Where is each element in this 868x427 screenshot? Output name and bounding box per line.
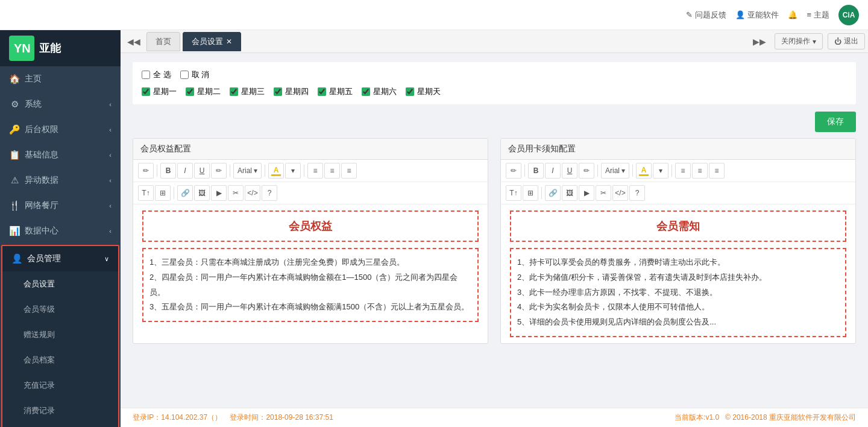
editor-left-body[interactable]: 1、三星会员：只需在本商城注册成功（注册完全免费）即成为三星会员。 2、四星会员… bbox=[142, 248, 479, 322]
right-color-btn[interactable]: A bbox=[636, 163, 652, 179]
cancel-input[interactable] bbox=[180, 71, 189, 79]
data-arrow: ‹ bbox=[109, 227, 112, 235]
user-icon: 👤 bbox=[735, 10, 745, 19]
left-italic-btn[interactable]: I bbox=[177, 163, 193, 179]
close-ops-btn[interactable]: 关闭操作 ▾ bbox=[775, 33, 823, 49]
main-layout: YN 亚能 🏠 主页 ⚙ 系统 ‹ 🔑 后台权限 ‹ 📋 基础信息 ‹ ⚠ 异动… bbox=[0, 30, 868, 427]
exit-btn[interactable]: ⏻ 退出 bbox=[828, 33, 865, 49]
sidebar-item-consume-record[interactable]: 消费记录 bbox=[2, 398, 118, 423]
day-mon[interactable]: 星期一 bbox=[142, 86, 177, 97]
left-code-btn[interactable]: </> bbox=[245, 185, 260, 201]
day-sun[interactable]: 星期天 bbox=[406, 86, 441, 97]
sidebar-item-backend-perm[interactable]: 🔑 后台权限 ‹ bbox=[0, 117, 121, 142]
sidebar-item-member-settings[interactable]: 会员设置 bbox=[2, 271, 118, 297]
editor-right-toolbar-row2: T↑ ⊞ 🔗 🖼 ▶ ✂ </> ? bbox=[501, 182, 855, 204]
cancel-checkbox[interactable]: 取 消 bbox=[180, 69, 210, 80]
left-link-btn[interactable]: 🔗 bbox=[177, 185, 193, 201]
sidebar-item-system[interactable]: ⚙ 系统 ‹ bbox=[0, 92, 121, 117]
right-grid-btn[interactable]: ⊞ bbox=[523, 185, 538, 201]
right-link-btn[interactable]: 🔗 bbox=[545, 185, 561, 201]
left-font-dropdown[interactable]: Arial ▾ bbox=[233, 163, 262, 179]
right-list3-btn[interactable]: ≡ bbox=[709, 163, 725, 179]
left-t-btn[interactable]: T↑ bbox=[138, 185, 154, 201]
right-font-dropdown[interactable]: Arial ▾ bbox=[601, 163, 629, 179]
left-underline-btn[interactable]: U bbox=[194, 163, 210, 179]
editor-left-heading: 会员权益 bbox=[142, 210, 479, 242]
logo-text: 亚能 bbox=[39, 41, 61, 55]
basic-arrow: ‹ bbox=[109, 151, 112, 159]
left-bold-btn[interactable]: B bbox=[160, 163, 176, 179]
sidebar-item-anomaly[interactable]: ⚠ 异动数据 ‹ bbox=[0, 168, 121, 193]
right-underline-btn[interactable]: U bbox=[562, 163, 577, 179]
right-code-btn[interactable]: </> bbox=[612, 185, 628, 201]
right-eraser-btn[interactable]: ✏ bbox=[579, 163, 594, 179]
right-color-arrow[interactable]: ▾ bbox=[653, 163, 668, 179]
select-all-input[interactable] bbox=[142, 71, 150, 79]
system-arrow: ‹ bbox=[109, 101, 112, 108]
sidebar-item-member-mgmt[interactable]: 👤 会员管理 ∨ bbox=[2, 246, 118, 271]
sidebar-item-member-level[interactable]: 会员等级 bbox=[2, 297, 118, 322]
sidebar-item-gift-rules[interactable]: 赠送规则 bbox=[2, 322, 118, 347]
sidebar-item-home[interactable]: 🏠 主页 bbox=[0, 66, 121, 92]
notification-bell[interactable]: 🔔 bbox=[788, 10, 797, 19]
sidebar-item-recharge-record[interactable]: 充值记录 bbox=[2, 373, 118, 398]
tab-home[interactable]: 首页 bbox=[146, 32, 180, 51]
right-list1-btn[interactable]: ≡ bbox=[675, 163, 691, 179]
member-icon: 👤 bbox=[11, 253, 22, 264]
right-pen-btn[interactable]: ✏ bbox=[506, 163, 521, 179]
left-color-arrow[interactable]: ▾ bbox=[285, 163, 301, 179]
left-color-btn[interactable]: A bbox=[268, 163, 284, 179]
left-pen-btn[interactable]: ✏ bbox=[138, 163, 154, 179]
user-link[interactable]: 👤 亚能软件 bbox=[735, 10, 779, 21]
editor-left-toolbar-row2: T↑ ⊞ 🔗 🖼 ▶ ✂ </> ? bbox=[133, 182, 488, 204]
right-img-btn[interactable]: 🖼 bbox=[562, 185, 577, 201]
tab-prev-btn[interactable]: ◀◀ bbox=[124, 34, 144, 49]
editor-right-content[interactable]: 会员需知 1、持卡可以享受会员的尊贵服务，消费时请主动出示此卡。 2、此卡为储值… bbox=[501, 204, 855, 343]
select-all-checkbox[interactable]: 全 选 bbox=[142, 69, 171, 80]
left-list1-btn[interactable]: ≡ bbox=[307, 163, 323, 179]
left-cut-btn[interactable]: ✂ bbox=[228, 185, 244, 201]
right-cut-btn[interactable]: ✂ bbox=[596, 185, 611, 201]
theme-link[interactable]: ≡ 关闭操作 主题 bbox=[807, 10, 829, 21]
left-img-btn[interactable]: 🖼 bbox=[194, 185, 210, 201]
left-video-btn[interactable]: ▶ bbox=[211, 185, 227, 201]
sidebar-item-change-record[interactable]: 变更记录 bbox=[2, 423, 118, 427]
rsep4 bbox=[671, 165, 672, 177]
select-row: 全 选 取 消 bbox=[142, 69, 847, 80]
day-fri[interactable]: 星期五 bbox=[318, 86, 353, 97]
day-sat[interactable]: 星期六 bbox=[362, 86, 397, 97]
right-bold-btn[interactable]: B bbox=[528, 163, 544, 179]
left-list3-btn[interactable]: ≡ bbox=[341, 163, 357, 179]
right-video-btn[interactable]: ▶ bbox=[579, 185, 594, 201]
sidebar-item-network-cafe[interactable]: 🍴 网络餐厅 ‹ bbox=[0, 193, 121, 218]
editor-left-content[interactable]: 会员权益 1、三星会员：只需在本商城注册成功（注册完全免费）即成为三星会员。 2… bbox=[133, 204, 488, 337]
tab-next-btn[interactable]: ▶▶ bbox=[749, 34, 770, 49]
day-thu[interactable]: 星期四 bbox=[274, 86, 309, 97]
editor-right-body[interactable]: 1、持卡可以享受会员的尊贵服务，消费时请主动出示此卡。 2、此卡为储值/积分卡，… bbox=[510, 248, 846, 337]
left-grid-btn[interactable]: ⊞ bbox=[155, 185, 171, 201]
tab-member-settings[interactable]: 会员设置 ✕ bbox=[183, 32, 241, 51]
sidebar-logo: YN 亚能 bbox=[0, 30, 121, 66]
sidebar-item-basic-info[interactable]: 📋 基础信息 ‹ bbox=[0, 142, 121, 168]
sidebar-item-data-center[interactable]: 📊 数据中心 ‹ bbox=[0, 218, 121, 244]
save-button[interactable]: 保存 bbox=[815, 112, 856, 132]
logo-icon: YN bbox=[9, 36, 34, 61]
day-tue[interactable]: 星期二 bbox=[186, 86, 221, 97]
right-list2-btn[interactable]: ≡ bbox=[692, 163, 708, 179]
right-italic-btn[interactable]: I bbox=[545, 163, 561, 179]
avatar[interactable]: CiA bbox=[838, 5, 859, 25]
tab-bar: ◀◀ 首页 会员设置 ✕ ▶▶ 关闭操作 ▾ ⏻ 退出 bbox=[121, 30, 868, 53]
day-wed[interactable]: 星期三 bbox=[230, 86, 265, 97]
feedback-link[interactable]: ✎ 问题反馈 bbox=[686, 10, 726, 21]
sep2 bbox=[230, 165, 230, 177]
left-help-btn[interactable]: ? bbox=[262, 185, 277, 201]
tab-close-btn[interactable]: ✕ bbox=[226, 37, 232, 46]
rsep3 bbox=[632, 165, 633, 177]
left-list2-btn[interactable]: ≡ bbox=[324, 163, 340, 179]
right-t-btn[interactable]: T↑ bbox=[506, 185, 521, 201]
exit-icon: ⏻ bbox=[834, 37, 841, 46]
rfont-arrow: ▾ bbox=[621, 166, 625, 175]
left-eraser-btn[interactable]: ✏ bbox=[211, 163, 227, 179]
right-help-btn[interactable]: ? bbox=[629, 185, 645, 201]
sidebar-item-member-file[interactable]: 会员档案 bbox=[2, 347, 118, 373]
